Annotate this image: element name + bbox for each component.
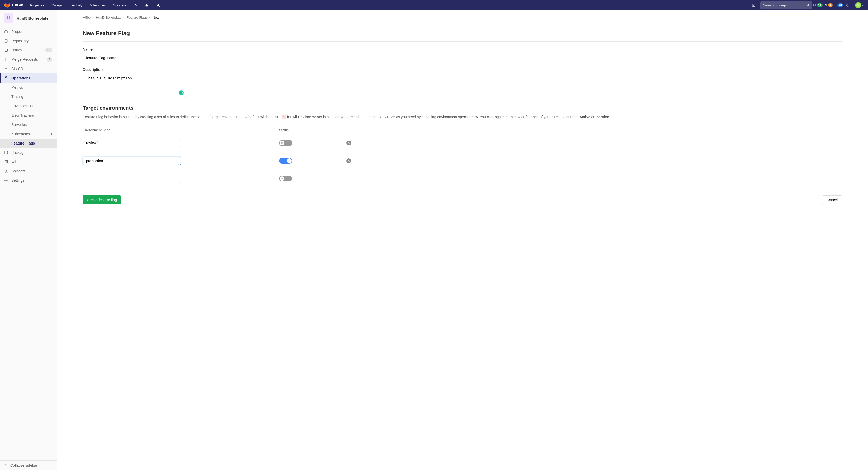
sidebar: H Html5 Boilerplate Project Repository I… [0,10,57,470]
header-todos[interactable]: 20 [834,1,843,10]
grammarly-icon[interactable] [179,91,184,95]
svg-point-1 [807,4,808,6]
target-environments-title: Target environments [83,105,842,111]
help-text: Feature Flag behavior is built up by cre… [83,114,842,120]
sidebar-item-tracing[interactable]: Tracing [0,92,57,101]
notification-dot [51,133,53,135]
status-toggle[interactable]: ✕ [279,140,292,146]
environment-row: ✕✕ [83,134,842,152]
sidebar-item-cicd[interactable]: CI / CD [0,64,57,73]
avatar [855,2,861,8]
sidebar-item-issues[interactable]: Issues13 [0,45,57,55]
breadcrumb: H5bp› Html5 Boilerplate› Feature Flags› … [83,14,842,24]
description-input[interactable] [83,74,186,97]
svg-rect-2 [814,4,815,6]
environment-spec-input[interactable] [83,139,181,147]
sidebar-item-snippets[interactable]: Snippets [0,166,57,176]
sidebar-item-error-tracking[interactable]: Error Tracking [0,111,57,120]
search-box[interactable] [761,1,812,9]
svg-point-8 [6,180,7,181]
sidebar-item-packages[interactable]: Packages [0,148,57,157]
sidebar-item-project[interactable]: Project [0,27,57,36]
create-feature-flag-button[interactable]: Create feature flag [83,195,121,204]
header-merge-requests[interactable]: 1 [824,1,833,10]
svg-rect-7 [5,49,8,52]
delete-row-button[interactable]: ✕ [346,140,351,145]
search-icon [806,3,810,7]
sidebar-item-serverless[interactable]: Serverless [0,120,57,129]
header-issues[interactable]: 11 [813,1,823,10]
svg-text:?: ? [847,4,848,6]
sidebar-project-header[interactable]: H Html5 Boilerplate [0,10,57,26]
nav-milestones[interactable]: Milestones [87,0,108,10]
breadcrumb-current: New [153,15,159,20]
breadcrumb-group[interactable]: H5bp [83,15,91,20]
sidebar-item-wiki[interactable]: Wiki [0,157,57,166]
chart-icon[interactable] [142,1,152,10]
column-header-spec: Environment Spec [83,128,279,132]
gitlab-logo[interactable]: GitLab [4,2,23,8]
sidebar-item-operations[interactable]: Operations [0,73,57,83]
breadcrumb-project[interactable]: Html5 Boilerplate [96,15,122,20]
delete-row-button[interactable]: ✕ [346,158,351,163]
sidebar-item-environments[interactable]: Environments [0,101,57,111]
collapse-sidebar[interactable]: Collapse sidebar [0,461,57,470]
user-menu[interactable]: ▾ [855,1,864,10]
environment-spec-input[interactable] [83,175,181,183]
project-avatar: H [4,13,13,23]
status-toggle[interactable]: ✓ [279,158,292,164]
search-input[interactable] [763,3,806,7]
sidebar-item-metrics[interactable]: Metrics [0,83,57,92]
top-navbar: GitLab Projects▾ Groups▾ Activity Milest… [0,0,868,10]
environment-spec-input[interactable] [83,157,181,165]
help-icon[interactable]: ?▾ [844,1,854,10]
nav-activity[interactable]: Activity [69,0,85,10]
cancel-button[interactable]: Cancel [822,195,842,204]
status-toggle[interactable]: ✕ [279,176,292,182]
environment-row: ✓✕ [83,152,842,169]
sidebar-item-feature-flags[interactable]: Feature Flags [0,138,57,148]
breadcrumb-section[interactable]: Feature Flags [127,15,147,20]
gauge-icon[interactable] [131,1,140,10]
nav-projects[interactable]: Projects▾ [27,0,47,10]
name-input[interactable] [83,54,186,62]
sidebar-item-kubernetes[interactable]: Kubernetes [0,129,57,138]
svg-rect-3 [834,4,836,6]
collapse-icon [4,464,8,467]
description-label: Description [83,67,842,72]
page-title: New Feature Flag [83,30,842,42]
main-content: H5bp› Html5 Boilerplate› Feature Flags› … [57,10,868,470]
plus-icon[interactable]: ▾ [750,1,760,10]
nav-groups[interactable]: Groups▾ [49,0,67,10]
nav-snippets[interactable]: Snippets [111,0,129,10]
svg-rect-6 [5,39,7,42]
name-label: Name [83,47,842,52]
environment-row: ✕ [83,169,842,187]
brand-text: GitLab [12,3,23,7]
sidebar-item-repository[interactable]: Repository [0,36,57,45]
wrench-icon[interactable] [154,1,163,10]
sidebar-item-merge-requests[interactable]: Merge Requests1 [0,55,57,64]
project-name: Html5 Boilerplate [17,16,48,21]
sidebar-item-settings[interactable]: Settings [0,176,57,185]
column-header-status: Status [279,128,346,132]
